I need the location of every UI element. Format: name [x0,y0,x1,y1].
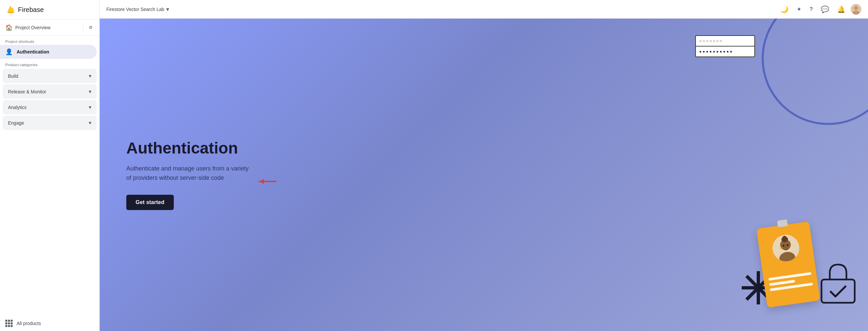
chevron-down-icon: ▾ [89,104,91,110]
product-categories-label: Product categories [0,59,99,68]
svg-rect-17 [822,279,855,303]
chat-icon: 💬 [821,5,829,13]
hero-content: Authentication Authenticate and manage u… [126,140,253,210]
svg-line-6 [748,277,769,298]
engage-label: Engage [8,120,24,126]
sidebar-item-analytics[interactable]: Analytics ▾ [3,100,97,114]
grid-icon [5,320,12,327]
password-field: ●●●●●●●●●● [696,47,754,57]
help-button[interactable]: ? [807,4,815,15]
chevron-down-icon: ▾ [89,88,91,95]
svg-point-16 [780,247,782,249]
help-icon: ? [809,6,813,12]
all-products-label: All products [17,321,41,326]
chat-button[interactable]: 💬 [818,3,832,16]
project-selector[interactable]: Firestore Vector Search Lab ▾ [106,6,169,13]
authentication-label: Authentication [17,49,49,55]
id-card [762,224,828,324]
svg-point-8 [771,233,801,263]
topbar: Firestore Vector Search Lab ▾ 🌙 ✦ ? 💬 🔔 [100,0,868,19]
moon-icon: 🌙 [780,5,788,13]
id-card-photo [771,233,801,263]
sidebar-item-build[interactable]: Build ▾ [3,69,97,83]
chevron-down-icon: ▾ [89,73,91,79]
svg-point-9 [780,239,792,251]
arrow-indicator [253,172,279,193]
svg-point-10 [781,236,788,243]
release-monitor-label: Release & Monitor [8,89,46,94]
id-card-clip [777,219,787,227]
project-shortcuts-label: Project shortcuts [0,35,99,45]
sidebar-item-authentication[interactable]: 👤 Authentication [0,45,97,59]
project-chevron-icon: ▾ [166,6,169,13]
username-field: ○○○○○○○ [696,36,754,47]
sidebar-item-release-monitor[interactable]: Release & Monitor ▾ [3,84,97,99]
firebase-flame-icon [5,5,15,14]
svg-point-15 [785,247,786,248]
star-decoration [742,271,775,304]
analytics-label: Analytics [8,105,27,110]
project-overview-row[interactable]: 🏠 Project Overview ⚙ [0,20,99,35]
build-label: Build [8,73,18,79]
ai-button[interactable]: ✦ [794,3,804,16]
password-dots: ●●●●●●●●●● [699,49,733,54]
sidebar-all-products[interactable]: All products [0,316,99,331]
sidebar-item-engage[interactable]: Engage ▾ [3,116,97,130]
user-avatar[interactable] [851,4,861,14]
svg-line-7 [748,277,769,298]
gear-icon: ⚙ [89,25,93,30]
firebase-logo[interactable]: Firebase [5,5,44,14]
person-icon: 👤 [5,48,12,56]
sidebar: Firebase 🏠 Project Overview ⚙ Project sh… [0,0,100,331]
password-card: ○○○○○○○ ●●●●●●●●●● [695,35,755,57]
svg-point-11 [782,236,787,241]
main-content: Firestore Vector Search Lab ▾ 🌙 ✦ ? 💬 🔔 [100,0,868,331]
hero-title: Authentication [126,140,253,157]
circle-arc-decoration [762,19,868,125]
get-started-button[interactable]: Get started [126,195,174,210]
divider [83,24,84,31]
sidebar-logo-header: Firebase [0,0,99,20]
settings-button[interactable]: ⚙ [87,24,94,31]
home-icon: 🏠 [5,24,12,31]
project-overview-label: Project Overview [15,25,79,30]
bell-icon: 🔔 [837,5,845,13]
chevron-down-icon: ▾ [89,120,91,126]
notifications-button[interactable]: 🔔 [834,3,848,16]
svg-point-14 [786,244,788,246]
dark-mode-button[interactable]: 🌙 [778,3,791,16]
firebase-name: Firebase [18,6,44,13]
svg-point-1 [854,6,858,10]
hero-description: Authenticate and manage users from a var… [126,164,253,183]
topbar-actions: 🌙 ✦ ? 💬 🔔 [778,3,861,16]
id-card-lines [768,272,813,294]
sparkle-icon: ✦ [797,6,802,13]
svg-point-13 [783,245,784,247]
lock-decoration [818,261,858,304]
hero-section: Authentication Authenticate and manage u… [100,19,868,331]
svg-point-12 [779,251,796,263]
project-name: Firestore Vector Search Lab [106,7,164,12]
username-dots: ○○○○○○○ [699,38,723,43]
